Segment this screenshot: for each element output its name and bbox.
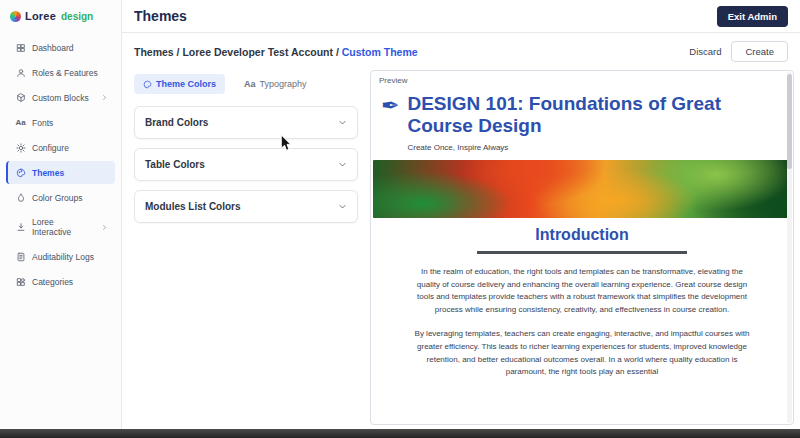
- chevron-right-icon: [101, 94, 108, 101]
- sidebar-item-loree-interactive[interactable]: Loree Interactive: [6, 211, 115, 243]
- pen-icon: ✒: [381, 95, 399, 117]
- course-title: DESIGN 101: Foundations of Great Course …: [407, 93, 781, 138]
- sidebar-item-fonts[interactable]: Aa Fonts: [6, 111, 115, 134]
- accordion-label: Brand Colors: [145, 117, 208, 128]
- preview-scrollbar-thumb[interactable]: [787, 74, 792, 169]
- sidebar-item-label: Auditability Logs: [32, 252, 94, 262]
- discard-button[interactable]: Discard: [689, 46, 721, 57]
- sidebar-item-custom-blocks[interactable]: Custom Blocks: [6, 86, 115, 109]
- tab-label: Typography: [260, 79, 307, 89]
- gear-icon: [15, 142, 26, 153]
- sidebar-item-roles-features[interactable]: Roles & Features: [6, 61, 115, 84]
- course-article: Introduction In the realm of education, …: [415, 226, 750, 379]
- breadcrumb-actions: Discard Create: [689, 41, 788, 62]
- sidebar-item-label: Themes: [32, 168, 64, 178]
- fonts-aa-icon: Aa: [15, 117, 26, 128]
- sidebar-item-themes[interactable]: Themes: [6, 161, 115, 184]
- sidebar-item-label: Fonts: [32, 118, 53, 128]
- tab-theme-colors[interactable]: Theme Colors: [134, 74, 225, 94]
- preview-label: Preview: [371, 71, 793, 87]
- breadcrumb-current: Custom Theme: [342, 46, 418, 58]
- custom-blocks-icon: [15, 92, 26, 103]
- preview-scrollbar[interactable]: [787, 72, 792, 423]
- breadcrumb-row: Themes / Loree Developer Test Account / …: [122, 33, 800, 70]
- accordion-table-colors[interactable]: Table Colors: [134, 148, 358, 181]
- course-subtitle: Create Once, Inspire Always: [407, 143, 781, 152]
- sidebar-item-categories[interactable]: Categories: [6, 270, 115, 293]
- chevron-down-icon: [338, 160, 347, 169]
- download-icon: [15, 222, 26, 233]
- theme-settings-panel: Theme Colors Aa Typography Brand Colors …: [122, 70, 370, 429]
- brand-logo[interactable]: Loree design: [0, 0, 121, 32]
- sidebar-item-label: Loree Interactive: [32, 217, 95, 237]
- course-header: ✒ DESIGN 101: Foundations of Great Cours…: [371, 87, 793, 160]
- content-area: Theme Colors Aa Typography Brand Colors …: [122, 70, 800, 429]
- sidebar-item-configure[interactable]: Configure: [6, 136, 115, 159]
- section-heading: Introduction: [415, 226, 750, 244]
- exit-admin-button[interactable]: Exit Admin: [717, 6, 788, 27]
- main-area: Themes Exit Admin Themes / Loree Develop…: [122, 0, 800, 429]
- sidebar-item-label: Roles & Features: [32, 68, 98, 78]
- accordion-label: Modules List Colors: [145, 201, 241, 212]
- roles-icon: [15, 67, 26, 78]
- tab-label: Theme Colors: [156, 79, 216, 89]
- create-button[interactable]: Create: [731, 41, 788, 62]
- accordion-brand-colors[interactable]: Brand Colors: [134, 106, 358, 139]
- article-paragraph: In the realm of education, the right too…: [415, 266, 750, 317]
- sidebar-item-label: Color Groups: [32, 193, 83, 203]
- app-window: Loree design Dashboard Roles & Features …: [0, 0, 800, 429]
- course-banner-image: [373, 160, 791, 218]
- breadcrumb-path[interactable]: Themes / Loree Developer Test Account /: [134, 46, 342, 58]
- sidebar-item-auditability-logs[interactable]: Auditability Logs: [6, 245, 115, 268]
- sidebar-item-label: Configure: [32, 143, 69, 153]
- dashboard-icon: [15, 42, 26, 53]
- categories-icon: [15, 276, 26, 287]
- tab-typography[interactable]: Aa Typography: [235, 74, 316, 94]
- heading-divider: [477, 251, 687, 254]
- sidebar-nav: Dashboard Roles & Features Custom Blocks…: [0, 32, 121, 297]
- brand-sub-name: design: [61, 11, 93, 22]
- theme-preview-panel: Preview ✒ DESIGN 101: Foundations of Gre…: [370, 70, 794, 425]
- sidebar-item-color-groups[interactable]: Color Groups: [6, 186, 115, 209]
- chevron-right-icon: [101, 224, 108, 231]
- document-icon: [15, 251, 26, 262]
- top-bar: Themes Exit Admin: [122, 0, 800, 33]
- bottom-bar: [0, 429, 800, 438]
- theme-tabs: Theme Colors Aa Typography: [134, 74, 358, 94]
- chevron-down-icon: [338, 202, 347, 211]
- sidebar-item-label: Categories: [32, 277, 73, 287]
- sidebar: Loree design Dashboard Roles & Features …: [0, 0, 122, 429]
- themes-palette-icon: [15, 167, 26, 178]
- brand-logo-icon: [10, 11, 21, 22]
- sidebar-item-label: Custom Blocks: [32, 93, 89, 103]
- course-titles: DESIGN 101: Foundations of Great Course …: [407, 93, 781, 160]
- droplet-icon: [15, 192, 26, 203]
- palette-icon: [143, 80, 152, 89]
- sidebar-item-label: Dashboard: [32, 43, 74, 53]
- page-title: Themes: [134, 8, 187, 24]
- accordion-modules-list-colors[interactable]: Modules List Colors: [134, 190, 358, 223]
- accordion-label: Table Colors: [145, 159, 205, 170]
- sidebar-item-dashboard[interactable]: Dashboard: [6, 36, 115, 59]
- brand-name: Loree: [25, 10, 56, 22]
- typography-aa-icon: Aa: [244, 79, 256, 89]
- breadcrumb: Themes / Loree Developer Test Account / …: [134, 46, 418, 58]
- chevron-down-icon: [338, 118, 347, 127]
- article-paragraph: By leveraging templates, teachers can cr…: [415, 328, 750, 379]
